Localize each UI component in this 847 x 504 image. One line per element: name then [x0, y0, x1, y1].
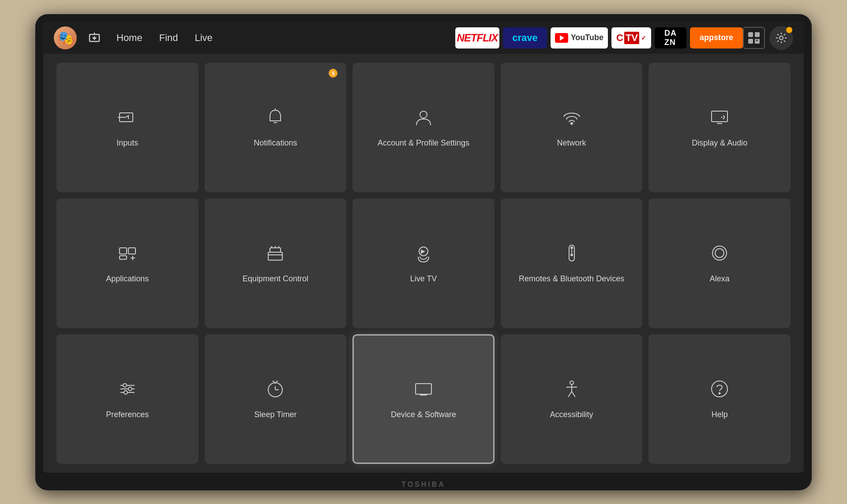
notifications-badge: $	[329, 69, 337, 78]
nav-live-btn[interactable]: Live	[190, 32, 217, 44]
tile-alexa[interactable]: Alexa	[648, 198, 791, 328]
display-audio-icon	[708, 106, 731, 132]
settings-button[interactable]	[769, 26, 793, 50]
alexa-icon	[708, 242, 731, 268]
netflix-label: NETFLIX	[457, 32, 498, 44]
grid-cell-1	[748, 32, 753, 37]
svg-point-36	[124, 391, 127, 394]
svg-line-41	[273, 381, 274, 382]
svg-line-51	[572, 392, 575, 397]
svg-point-52	[712, 381, 727, 397]
tile-help[interactable]: Help	[648, 334, 791, 464]
applications-icon	[116, 242, 139, 268]
preferences-label: Preferences	[106, 410, 149, 420]
svg-point-9	[571, 123, 573, 124]
tile-equipment-control[interactable]: Equipment Control	[205, 198, 347, 328]
inputs-icon	[116, 106, 139, 132]
svg-rect-13	[120, 248, 127, 254]
youtube-icon	[555, 33, 568, 43]
accessibility-icon	[560, 377, 583, 403]
svg-rect-15	[120, 256, 127, 259]
svg-line-42	[276, 381, 278, 382]
app-youtube[interactable]: YouTube	[551, 27, 608, 49]
svg-point-35	[128, 387, 132, 391]
tile-display-audio[interactable]: Display & Audio	[648, 63, 791, 192]
tile-accessibility[interactable]: Accessibility	[501, 334, 643, 464]
inputs-label: Inputs	[116, 138, 138, 148]
grid-cell-2	[755, 32, 760, 37]
app-appstore[interactable]: appstore	[690, 27, 743, 49]
avatar-face: 🎭	[57, 30, 74, 45]
tv-stand: TOSHIBA	[401, 480, 446, 489]
app-ctv[interactable]: CTV ✓	[611, 27, 651, 49]
accessibility-label: Accessibility	[550, 410, 593, 420]
tile-inputs[interactable]: Inputs	[56, 63, 199, 192]
notifications-label: Notifications	[254, 138, 297, 148]
tv-screen: 🎭 Home Find Live	[43, 22, 804, 473]
tile-remotes-bluetooth[interactable]: Remotes & Bluetooth Devices	[501, 198, 643, 328]
appstore-label: appstore	[700, 33, 733, 42]
nav-input-icon[interactable]	[85, 28, 104, 48]
avatar[interactable]: 🎭	[54, 26, 77, 49]
svg-rect-14	[128, 248, 135, 254]
tile-sleep-timer[interactable]: Sleep Timer	[205, 334, 347, 464]
sleep-timer-icon	[264, 377, 287, 403]
alexa-label: Alexa	[710, 274, 730, 284]
svg-rect-43	[416, 384, 431, 394]
grid-cell-3	[748, 39, 753, 44]
tv-brand-label: TOSHIBA	[401, 481, 446, 489]
sleep-timer-label: Sleep Timer	[254, 410, 296, 420]
youtube-label: YouTube	[571, 33, 603, 42]
dazn-label: DAZN	[664, 29, 677, 47]
svg-point-47	[570, 381, 573, 385]
help-icon	[708, 377, 731, 403]
grid-cell-plus	[755, 39, 760, 44]
crave-label: crave	[512, 32, 538, 44]
nav-home-btn[interactable]: Home	[112, 32, 147, 44]
notifications-icon	[264, 106, 287, 132]
svg-point-3	[780, 36, 783, 40]
nav-find-btn[interactable]: Find	[155, 32, 183, 44]
tile-live-tv[interactable]: Live TV	[352, 198, 495, 328]
live-tv-label: Live TV	[410, 274, 437, 284]
ctv-label: CTV ✓	[616, 32, 646, 44]
equipment-control-label: Equipment Control	[243, 274, 308, 284]
youtube-play-triangle	[560, 35, 564, 41]
svg-point-53	[719, 393, 720, 394]
svg-point-34	[123, 384, 127, 387]
equipment-control-icon	[264, 242, 287, 268]
svg-point-30	[715, 249, 724, 258]
svg-rect-18	[268, 252, 282, 260]
account-label: Account & Profile Settings	[378, 138, 469, 148]
device-software-label: Device & Software	[391, 410, 456, 420]
device-software-icon	[412, 377, 435, 403]
app-crave[interactable]: crave	[503, 27, 547, 49]
nav-right	[743, 26, 793, 50]
tile-preferences[interactable]: Preferences	[56, 334, 199, 464]
svg-rect-20	[270, 248, 281, 252]
remotes-bluetooth-label: Remotes & Bluetooth Devices	[519, 274, 624, 284]
account-icon	[412, 106, 435, 132]
tile-notifications[interactable]: $ Notifications	[205, 63, 347, 192]
help-label: Help	[712, 410, 728, 420]
tile-device-software[interactable]: Device & Software	[352, 334, 495, 464]
network-label: Network	[557, 138, 586, 148]
nav-left: 🎭 Home Find Live	[54, 26, 455, 49]
svg-point-8	[420, 111, 427, 118]
nav-bar: 🎭 Home Find Live	[43, 22, 804, 54]
tv-outer: 🎭 Home Find Live	[35, 14, 812, 490]
svg-rect-10	[712, 111, 727, 122]
display-audio-label: Display & Audio	[692, 138, 747, 148]
app-dazn[interactable]: DAZN	[655, 27, 686, 49]
tile-account[interactable]: Account & Profile Settings	[352, 63, 495, 192]
live-tv-icon	[412, 242, 435, 268]
grid-button[interactable]	[743, 27, 765, 49]
app-netflix[interactable]: NETFLIX	[455, 27, 499, 49]
applications-label: Applications	[106, 274, 149, 284]
tile-network[interactable]: Network	[501, 63, 643, 192]
grid-icon	[748, 32, 760, 44]
tile-applications[interactable]: Applications	[56, 198, 199, 328]
svg-point-26	[571, 247, 573, 249]
settings-notification-dot	[786, 27, 792, 33]
network-icon	[560, 106, 583, 132]
